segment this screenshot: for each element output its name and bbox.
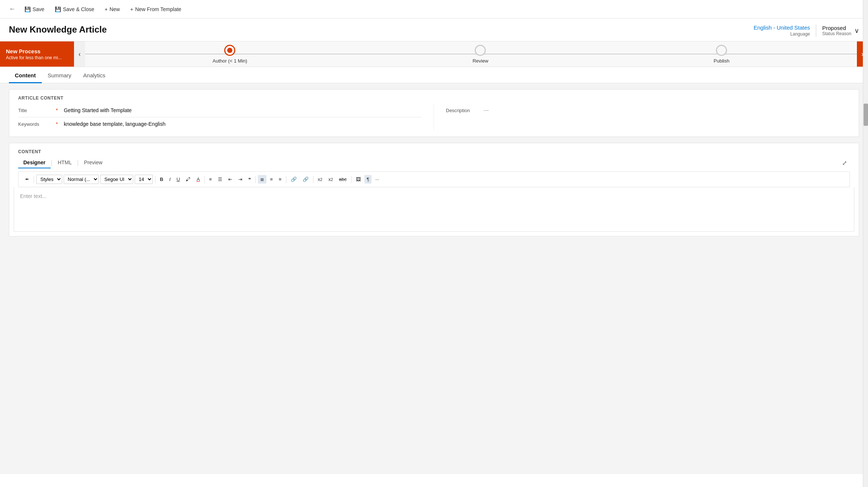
status-value: Proposed — [822, 25, 851, 31]
tabs: Content Summary Analytics — [0, 68, 868, 83]
stage-circle-author — [224, 45, 235, 56]
underline-button[interactable]: U — [174, 175, 182, 184]
title-row: Title * Getting Started with Template — [18, 104, 422, 117]
link-button[interactable]: 🔗 — [289, 175, 299, 184]
new-from-template-button[interactable]: + New From Template — [126, 4, 186, 14]
superscript-button[interactable]: x2 — [316, 175, 325, 184]
editor-tab-designer[interactable]: Designer — [18, 157, 51, 168]
process-stages: Author (< 1 Min) Review Publish — [85, 41, 857, 67]
bold-button[interactable]: B — [158, 175, 165, 184]
indent-button[interactable]: ⇥ — [236, 175, 245, 184]
styles-select[interactable]: Styles — [36, 175, 62, 184]
process-nav-left-button[interactable]: ‹ — [74, 41, 85, 67]
keywords-label: Keywords — [18, 121, 51, 127]
editor-body[interactable]: Enter text... — [14, 187, 854, 232]
more-button[interactable]: ··· — [373, 175, 381, 184]
page-header: New Knowledge Article English - United S… — [0, 19, 868, 41]
process-label: New Process Active for less than one mi.… — [0, 41, 74, 67]
quote-button[interactable]: ❝ — [246, 175, 253, 184]
main-content: ARTICLE CONTENT Title * Getting Started … — [0, 83, 868, 474]
status-label: Status Reason — [822, 31, 851, 36]
subscript-button[interactable]: x2 — [326, 175, 335, 184]
editor-tabs: Designer HTML Preview ⤢ — [9, 154, 859, 168]
top-toolbar: ← 💾 Save 💾 Save & Close + New + New From… — [0, 0, 868, 19]
toolbar-div-6 — [313, 176, 313, 183]
highlight-button[interactable]: 🖍 — [184, 175, 193, 184]
align-center-button[interactable]: ≣ — [258, 175, 266, 184]
new-icon: + — [105, 6, 108, 12]
justify-button[interactable]: ≡ — [276, 175, 284, 184]
align-right-button[interactable]: ≡ — [268, 175, 275, 184]
strikethrough-button[interactable]: abc — [337, 175, 349, 184]
process-stage-author[interactable]: Author (< 1 Min) — [213, 45, 248, 64]
content-editor-card: CONTENT Designer HTML Preview ⤢ ✒ Styles… — [9, 143, 859, 236]
form-right: Description --- — [434, 104, 850, 131]
process-stage-review[interactable]: Review — [472, 45, 488, 64]
scrollbar-thumb[interactable] — [864, 104, 868, 126]
outdent-button[interactable]: ⇤ — [226, 175, 235, 184]
keywords-row: Keywords * knowledge base template, lang… — [18, 117, 422, 131]
toolbar-div-2 — [155, 176, 155, 183]
description-row: Description --- — [446, 104, 850, 117]
back-button[interactable]: ← — [6, 3, 18, 15]
editor-toolbar: ✒ Styles Normal (... Segoe UI 14 B I U — [18, 171, 850, 187]
language-link[interactable]: English - United States — [754, 24, 810, 31]
tab-analytics[interactable]: Analytics — [77, 68, 111, 83]
editor-tab-sep-1 — [51, 160, 52, 166]
status-section: Proposed Status Reason ∨ — [816, 24, 859, 37]
title-required: * — [56, 107, 58, 113]
process-bar: New Process Active for less than one mi.… — [0, 41, 868, 67]
process-line — [85, 54, 857, 54]
stage-circle-review — [475, 45, 486, 56]
editor-tab-sep-2 — [78, 160, 78, 166]
image-button[interactable]: 🖼 — [354, 175, 363, 184]
align-left-button[interactable]: ≡ — [207, 175, 214, 184]
content-section-title: CONTENT — [9, 143, 859, 154]
description-value[interactable]: --- — [484, 107, 489, 113]
special-char-button[interactable]: ¶ — [364, 175, 371, 184]
title-label: Title — [18, 108, 51, 113]
toolbar-div-7 — [351, 176, 351, 183]
keywords-value[interactable]: knowledge base template, language-Englis… — [64, 121, 165, 127]
stage-label-review: Review — [472, 58, 488, 64]
save-close-button[interactable]: 💾 Save & Close — [50, 4, 99, 14]
page-title: New Knowledge Article — [9, 24, 107, 35]
new-button[interactable]: + New — [100, 4, 124, 14]
stage-circle-publish — [716, 45, 727, 56]
keywords-required: * — [56, 121, 58, 127]
language-label: Language — [790, 31, 810, 37]
editor-toolbar-wrapper: ✒ Styles Normal (... Segoe UI 14 B I U — [9, 168, 859, 187]
eraser-button[interactable]: ✒ — [23, 175, 31, 184]
status-chevron-icon[interactable]: ∨ — [854, 27, 859, 35]
tab-summary[interactable]: Summary — [42, 68, 77, 83]
font-select[interactable]: Segoe UI — [100, 175, 133, 184]
description-label: Description — [446, 108, 479, 113]
italic-button[interactable]: I — [167, 175, 173, 184]
chevron-left-icon: ‹ — [78, 50, 81, 58]
process-label-sub: Active for less than one mi... — [6, 55, 68, 60]
toolbar-div-4 — [255, 176, 256, 183]
font-color-button[interactable]: A — [194, 175, 202, 184]
save-button[interactable]: 💾 Save — [20, 4, 49, 14]
toolbar-div-1 — [34, 176, 34, 183]
article-content-card: ARTICLE CONTENT Title * Getting Started … — [9, 89, 859, 137]
header-right: English - United States Language Propose… — [754, 24, 859, 37]
process-label-title: New Process — [6, 48, 68, 54]
editor-tab-html[interactable]: HTML — [53, 157, 77, 168]
expand-icon[interactable]: ⤢ — [839, 158, 850, 168]
editor-tab-preview[interactable]: Preview — [79, 157, 108, 168]
title-value[interactable]: Getting Started with Template — [64, 107, 131, 113]
tab-content[interactable]: Content — [9, 68, 42, 83]
back-icon: ← — [9, 5, 16, 13]
editor-placeholder: Enter text... — [20, 193, 47, 199]
list-bullet-button[interactable]: ☰ — [216, 175, 225, 184]
status-content: Proposed Status Reason — [822, 25, 851, 36]
unlink-button[interactable]: 🔗 — [300, 175, 311, 184]
toolbar-div-5 — [286, 176, 286, 183]
stage-label-author: Author (< 1 Min) — [213, 58, 248, 64]
process-stage-publish[interactable]: Publish — [714, 45, 730, 64]
scrollbar[interactable] — [863, 0, 868, 474]
format-select[interactable]: Normal (... — [64, 175, 99, 184]
save-close-icon: 💾 — [55, 6, 61, 12]
size-select[interactable]: 14 — [135, 175, 153, 184]
